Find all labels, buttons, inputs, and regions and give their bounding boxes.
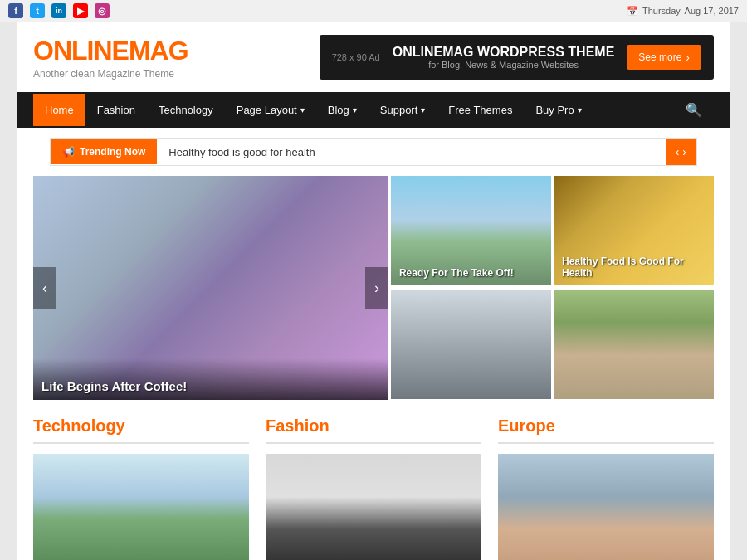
main-navbar: Home Fashion Technology Page Layout ▾ Bl… (17, 92, 730, 128)
featured-girl-field-image (554, 290, 714, 399)
nav-home[interactable]: Home (33, 94, 85, 126)
ad-subtitle: for Blog, News & Magazine Websites (393, 60, 615, 70)
nav-buy-pro[interactable]: Buy Pro ▾ (524, 94, 593, 126)
nav-page-layout[interactable]: Page Layout ▾ (225, 94, 316, 126)
nav-support[interactable]: Support ▾ (369, 94, 437, 126)
trending-icon: 📢 (62, 146, 75, 158)
section-technology: Technology (33, 416, 249, 560)
youtube-icon[interactable]: ▶ (73, 3, 88, 18)
trending-headline: Healthy food is good for health (157, 139, 665, 165)
ad-title: ONLINEMAG WORDPRESS THEME (393, 45, 615, 60)
nav-support-arrow: ▾ (421, 105, 425, 114)
nav-technology[interactable]: Technology (147, 94, 225, 126)
ad-see-more-button[interactable]: See more (627, 45, 701, 70)
featured-main-caption: Life Begins After Coffee! (33, 358, 388, 400)
ad-size-label: 728 x 90 Ad (332, 52, 380, 62)
nav-buy-pro-arrow: ▾ (578, 105, 582, 114)
facebook-icon[interactable]: f (8, 3, 23, 18)
calendar-icon: 📅 (627, 6, 638, 17)
featured-section: ‹ › Life Begins After Coffee! Ready For … (33, 176, 714, 400)
nav-fashion[interactable]: Fashion (85, 94, 147, 126)
section-fashion-image (266, 454, 481, 560)
site-logo[interactable]: ONLINEMAG (33, 36, 188, 66)
featured-food-title: Healthy Food Is Good For Health (562, 256, 706, 279)
section-fashion-title-rest: ashion (276, 416, 329, 435)
featured-main-title: Life Begins After Coffee! (42, 379, 380, 393)
section-europe-title: Europe (498, 416, 714, 444)
section-europe-title-prefix: E (498, 416, 509, 435)
featured-plane-title: Ready For The Take Off! (399, 267, 543, 279)
section-europe: Europe (498, 416, 714, 560)
linkedin-icon[interactable]: in (51, 3, 66, 18)
ad-content: ONLINEMAG WORDPRESS THEME for Blog, News… (393, 45, 615, 70)
slide-prev-button[interactable]: ‹ (33, 267, 56, 309)
browser-chrome: f t in ▶ ◎ 📅 Thursday, Aug 17, 2017 (0, 0, 747, 22)
nav-blog[interactable]: Blog ▾ (316, 94, 369, 126)
trending-nav-buttons[interactable]: ‹ › (666, 139, 696, 165)
section-technology-title-rest: echnology (42, 416, 125, 435)
section-europe-title-rest: urope (509, 416, 555, 435)
nav-free-themes[interactable]: Free Themes (437, 94, 524, 126)
search-icon[interactable]: 🔍 (674, 92, 714, 128)
section-europe-image (498, 454, 714, 560)
nav-page-layout-arrow: ▾ (300, 105, 305, 114)
twitter-icon[interactable]: t (30, 3, 45, 18)
section-fashion-title-prefix: F (266, 416, 276, 435)
featured-item-food: Healthy Food Is Good For Health (554, 176, 714, 285)
ad-banner: 728 x 90 Ad ONLINEMAG WORDPRESS THEME fo… (320, 35, 714, 80)
site-wrapper: ONLINEMAG Another clean Magazine Theme 7… (17, 22, 730, 560)
section-technology-title: Technology (33, 416, 249, 444)
featured-main: ‹ › Life Begins After Coffee! (33, 176, 388, 400)
trending-bar: 📢 Trending Now Healthy food is good for … (50, 138, 697, 166)
logo-tagline: Another clean Magazine Theme (33, 68, 188, 80)
trending-text-label: Trending Now (80, 146, 145, 158)
section-fashion-title: Fashion (266, 416, 481, 444)
section-grid: Technology Fashion Europe (33, 416, 714, 560)
trending-label: 📢 Trending Now (51, 139, 157, 164)
section-technology-title-prefix: T (33, 416, 42, 435)
section-technology-image (33, 454, 249, 560)
nav-blog-arrow: ▾ (353, 105, 357, 114)
section-fashion: Fashion (266, 416, 481, 560)
date-display: 📅 Thursday, Aug 17, 2017 (627, 6, 739, 17)
featured-grid-right: Ready For The Take Off! Healthy Food Is … (391, 176, 714, 400)
instagram-icon[interactable]: ◎ (95, 3, 110, 18)
logo-area: ONLINEMAG Another clean Magazine Theme (33, 36, 188, 80)
date-text: Thursday, Aug 17, 2017 (642, 6, 739, 16)
featured-item-plane: Ready For The Take Off! (391, 176, 551, 285)
featured-phone-image (391, 290, 551, 399)
slide-next-button[interactable]: › (365, 267, 388, 309)
logo-prefix: O (33, 36, 53, 66)
site-header: ONLINEMAG Another clean Magazine Theme 7… (17, 22, 730, 92)
featured-food-overlay: Healthy Food Is Good For Health (554, 249, 714, 285)
featured-item-phone (391, 290, 551, 399)
social-icons-bar: f t in ▶ ◎ (8, 3, 110, 18)
featured-item-girl-field (554, 290, 714, 399)
featured-plane-overlay: Ready For The Take Off! (391, 261, 551, 285)
logo-suffix: NLINEMAG (53, 36, 188, 66)
main-content: 📢 Trending Now Healthy food is good for … (17, 138, 730, 560)
